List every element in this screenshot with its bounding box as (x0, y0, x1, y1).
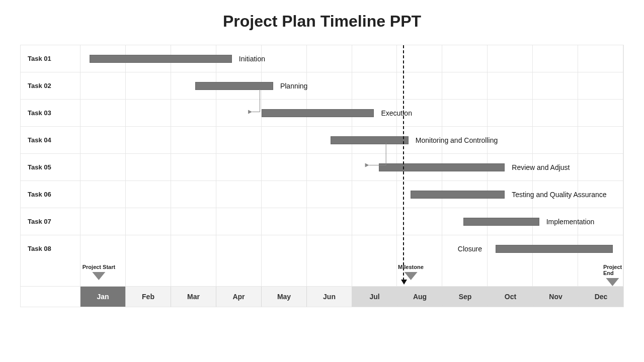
markers-row: Project StartMIlestoneProject End (21, 262, 623, 287)
marker-label: Project Start (83, 264, 115, 270)
month-cell: Jul (352, 287, 397, 307)
markers-grid: Project StartMIlestoneProject End (80, 262, 623, 286)
months-row: JanFebMarAprMayJunJulAugSepOctNovDec (21, 287, 623, 307)
marker-triangle-icon (92, 272, 105, 280)
month-cell: Jun (307, 287, 352, 307)
month-cell: Aug (397, 287, 443, 307)
month-cell: Feb (126, 287, 171, 307)
marker-label: MIlestone (398, 264, 424, 270)
page-title: Project Plan Timeline PPT (20, 12, 624, 31)
months-grid: JanFebMarAprMayJunJulAugSepOctNovDec (80, 287, 623, 307)
month-cell: Oct (488, 287, 533, 307)
marker-label: Project End (603, 264, 622, 276)
months-row-label (21, 287, 80, 307)
timeline-marker: MIlestone (398, 264, 424, 280)
marker-triangle-icon (606, 278, 619, 286)
timeline-marker: Project Start (83, 264, 115, 280)
month-cell: Sep (443, 287, 488, 307)
milestone-line-icon (403, 45, 404, 281)
timeline-marker: Project End (603, 264, 622, 286)
month-cell: Dec (579, 287, 623, 307)
connector-arrow-icon (21, 45, 623, 258)
month-cell: Jan (80, 287, 126, 307)
markers-row-label (21, 262, 80, 286)
month-cell: Mar (171, 287, 216, 307)
month-cell: May (262, 287, 307, 307)
marker-triangle-icon (404, 272, 417, 280)
month-cell: Apr (216, 287, 262, 307)
gantt-chart: Task 01InitiationTask 02PlanningTask 03E… (20, 45, 624, 307)
month-cell: Nov (533, 287, 579, 307)
